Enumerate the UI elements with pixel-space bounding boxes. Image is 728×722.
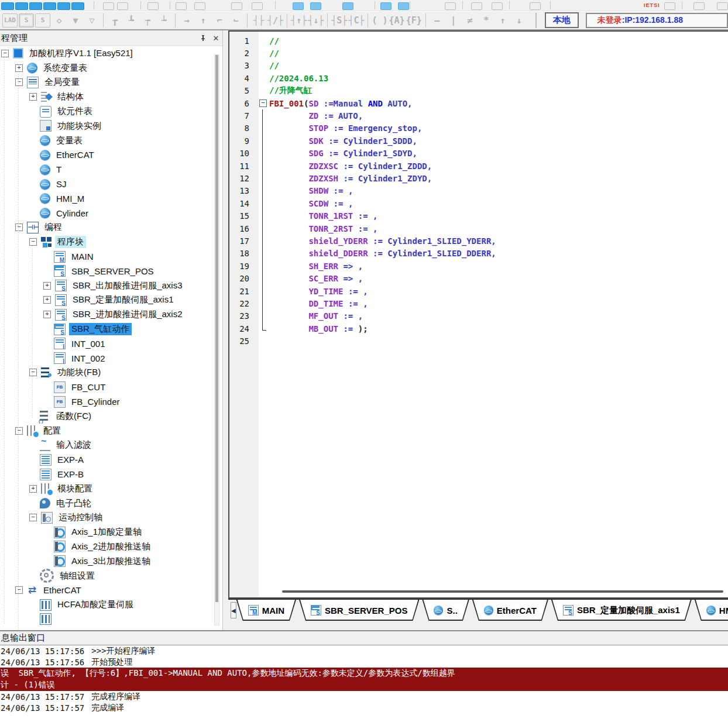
code-line-4[interactable]: 4//2024.06.13	[229, 72, 728, 84]
contact-falling-icon[interactable]: ┤↓├	[308, 13, 324, 28]
tree-item-功能块实例[interactable]: 功能块实例	[0, 119, 222, 133]
tree-expander-icon[interactable]: −	[29, 238, 37, 246]
tree-item-Cylinder[interactable]: Cylinder	[0, 206, 222, 221]
corner-up-icon[interactable]: ⌐	[212, 13, 227, 28]
tree-expander-icon[interactable]: +	[29, 93, 37, 101]
st-code-editor[interactable]: 1//2//3//4//2024.06.135//升降气缸6FBI_001(SD…	[228, 30, 728, 599]
code-line-14[interactable]: 14 SCDW := ,	[229, 197, 728, 209]
toolbar-icon-clipped[interactable]	[717, 2, 728, 10]
tree-item-MAIN[interactable]: MAIN	[0, 249, 222, 264]
code-line-12[interactable]: 12 ZDZXSH := Cylinder1_ZDYD,	[229, 172, 728, 184]
local-mode-button[interactable]: 本地	[545, 12, 579, 28]
tree-expander-icon[interactable]: −	[29, 369, 37, 376]
code-line-15[interactable]: 15 TONR_1RST := ,	[229, 209, 728, 222]
toolbar-icon-clipped[interactable]	[29, 2, 42, 10]
toolbar-icon-clipped[interactable]	[1, 2, 14, 10]
tree-item-编程[interactable]: −⊣⊢编程	[0, 221, 222, 235]
delete-node-icon[interactable]: *	[479, 13, 494, 28]
line-right-icon[interactable]: →	[179, 13, 194, 28]
tree-expander-icon[interactable]: −	[15, 427, 23, 435]
contact-rising-icon[interactable]: ┤↑├	[291, 13, 307, 28]
tree-item-T[interactable]: T	[0, 162, 222, 177]
document-tab-S..[interactable]: S..	[422, 600, 469, 621]
code-line-1[interactable]: 1//	[229, 35, 728, 47]
toolbar-icon-clipped[interactable]	[57, 2, 70, 10]
tree-item-SBR_定量加酸伺服_axis1[interactable]: +SBR_定量加酸伺服_axis1	[0, 293, 222, 308]
tree-item-SBR_气缸动作[interactable]: SBR_气缸动作	[0, 322, 222, 336]
delete-hline-icon[interactable]: ≠	[462, 13, 478, 28]
tree-item-SBR_出加酸推进伺服_axis3[interactable]: +SBR_出加酸推进伺服_axis3	[0, 279, 222, 293]
lad-mode-icon[interactable]: LAD	[2, 13, 18, 27]
code-line-23[interactable]: 23 MF_OUT := ,	[229, 310, 728, 322]
code-line-22[interactable]: 22 DD_TIME := ,	[229, 297, 728, 310]
toolbar-icon-clipped[interactable]	[310, 2, 321, 10]
tree-expander-icon[interactable]: −	[1, 50, 9, 57]
tree-item-软元件表[interactable]: 软元件表	[0, 104, 222, 119]
tree-item-功能块(FB)[interactable]: −功能块(FB)	[0, 366, 222, 380]
tree-item-系统变量表[interactable]: +系统变量表	[0, 61, 222, 75]
toolbar-icon-clipped[interactable]	[71, 2, 84, 10]
document-tab-SBR_定量加酸伺服_axis1[interactable]: SBR_定量加酸伺服_axis1	[551, 600, 692, 621]
code-line-21[interactable]: 21 YD_TIME := ,	[229, 285, 728, 297]
code-line-8[interactable]: 8 STOP := Emergency_stop,	[229, 122, 728, 135]
editor-horizontal-scrollbar[interactable]	[265, 589, 723, 594]
st-box-icon[interactable]: S	[19, 13, 34, 27]
tree-item-运动控制轴[interactable]: −运动控制轴	[0, 511, 222, 525]
tree-item-HMI_M[interactable]: HMI_M	[0, 191, 222, 206]
code-line-2[interactable]: 2//	[229, 47, 728, 59]
tree-expander-icon[interactable]: +	[29, 485, 37, 493]
tree-item-INT_001[interactable]: INT_001	[0, 336, 222, 351]
panel-splitter[interactable]	[223, 30, 228, 630]
toolbar-icon-clipped[interactable]	[398, 2, 409, 10]
vline-icon[interactable]: |	[446, 13, 461, 28]
toolbar-icon-clipped[interactable]	[103, 2, 114, 10]
tree-item-INT_002[interactable]: INT_002	[0, 351, 222, 366]
move-down-icon[interactable]: ↓	[511, 13, 527, 28]
code-line-20[interactable]: 20 SC_ERR => ,	[229, 272, 728, 284]
tree-expander-icon[interactable]: −	[29, 514, 37, 521]
code-line-18[interactable]: 18 shield_DDERR := Cylinder1_SLIED_DDERR…	[229, 247, 728, 260]
pin-icon[interactable]	[197, 32, 210, 44]
toolbar-icon-clipped[interactable]	[15, 2, 28, 10]
code-line-16[interactable]: 16 TONR_2RST := ,	[229, 222, 728, 235]
code-line-13[interactable]: 13 SHDW := ,	[229, 185, 728, 197]
coil-a-icon[interactable]: {A}	[389, 13, 405, 28]
tree-item-全局变量[interactable]: −全局变量	[0, 75, 222, 90]
tree-item-FB_CUT[interactable]: FBFB_CUT	[0, 380, 222, 394]
toolbar-icon-clipped[interactable]	[43, 2, 56, 10]
line-up-icon[interactable]: ↑	[195, 13, 211, 28]
coil-f-icon[interactable]: {F}	[406, 13, 422, 28]
tree-item-EtherCAT[interactable]: EtherCAT	[0, 148, 222, 163]
tree-expander-icon[interactable]: +	[15, 64, 23, 72]
ladder-branch-tr-icon[interactable]: ┮	[140, 13, 155, 28]
tree-item-SBR_SERVER_POS[interactable]: SBR_SERVER_POS	[0, 264, 222, 279]
code-line-25[interactable]: 25	[229, 335, 728, 347]
toolbar-icon-clipped[interactable]	[342, 2, 353, 10]
toolbar-icon-clipped[interactable]	[293, 2, 304, 10]
code-line-10[interactable]: 10 SDG := Cylinder1_SDYD,	[229, 147, 728, 160]
fold-collapse-icon[interactable]	[257, 97, 269, 109]
tree-vertical-scrollbar[interactable]	[214, 54, 219, 625]
toolbar-icon-clipped[interactable]	[445, 2, 456, 10]
tree-item-Axis_1加酸定量轴[interactable]: Axis_1加酸定量轴	[0, 525, 222, 539]
tree-item-结构体[interactable]: +结构体	[0, 90, 222, 104]
coil-set-icon[interactable]: ┤S├	[331, 13, 347, 28]
tree-item-配置[interactable]: −配置	[0, 424, 222, 438]
hline-icon[interactable]: —	[430, 13, 445, 28]
document-tab-EtherCAT[interactable]: EtherCAT	[472, 600, 548, 621]
tree-item-轴组设置[interactable]: 轴组设置	[0, 569, 222, 583]
tree-expander-icon[interactable]: +	[43, 311, 51, 318]
code-line-7[interactable]: 7 ZD := AUTO,	[229, 109, 728, 122]
ladder-branch-tl-icon[interactable]: ┲	[107, 13, 122, 28]
tree-item-SJ[interactable]: SJ	[0, 177, 222, 191]
code-line-9[interactable]: 9 SDK := Cylinder1_SDDD,	[229, 135, 728, 147]
insert-row-outline-icon[interactable]: ▽	[84, 13, 99, 28]
tree-item-HCFA加酸定量伺服[interactable]: HCFA加酸定量伺服	[0, 597, 222, 612]
tree-item-输入滤波[interactable]: 输入滤波	[0, 438, 222, 453]
insert-row-icon[interactable]: ▼	[68, 13, 83, 28]
corner-down-icon[interactable]: ⌐	[228, 13, 243, 28]
toolbar-icon-clipped[interactable]	[471, 2, 482, 10]
tree-item-加酸机程序V1.1 [Easy521][interactable]: −加酸机程序V1.1 [Easy521]	[0, 46, 222, 61]
ladder-branch-br-icon[interactable]: ┶	[156, 13, 171, 28]
code-line-19[interactable]: 19 SH_ERR => ,	[229, 260, 728, 272]
